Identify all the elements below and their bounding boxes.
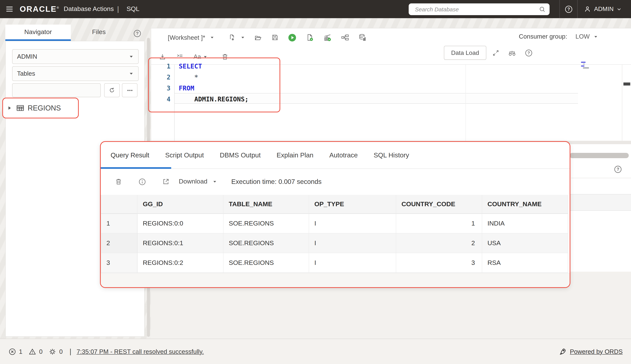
expand-panel-icon[interactable] — [492, 49, 500, 56]
result-tab-bar: Query Result Script Output DBMS Output E… — [101, 142, 570, 169]
powered-by-link[interactable]: Powered by ORDS — [570, 348, 623, 355]
cell-op-type[interactable]: I — [309, 214, 396, 234]
cell-country-name[interactable]: USA — [482, 234, 568, 253]
caret-down-icon — [129, 54, 134, 59]
cell-country-name[interactable]: RSA — [482, 253, 568, 273]
cell-op-type[interactable]: I — [309, 234, 396, 253]
warning-triangle-icon — [29, 348, 36, 356]
cell-table-name[interactable]: SOE.REGIONS — [223, 234, 309, 253]
expand-arrow-icon[interactable] — [7, 105, 13, 111]
data-modeler-icon[interactable] — [358, 33, 367, 42]
editor-vertical-scrollbar[interactable] — [623, 82, 630, 86]
status-message-link[interactable]: 7:35:07 PM - REST call resolved successf… — [77, 348, 204, 355]
cell-country-code[interactable]: 3 — [396, 253, 482, 273]
column-header-op-type[interactable]: OP_TYPE — [309, 195, 396, 214]
active-tab-underline — [5, 39, 71, 41]
open-file-icon[interactable] — [254, 34, 262, 42]
cell-country-name[interactable]: INDIA — [482, 214, 568, 234]
data-load-button[interactable]: Data Load — [444, 46, 486, 60]
cell-country-code[interactable]: 1 — [396, 214, 482, 234]
error-counter[interactable]: 1 — [8, 348, 22, 356]
object-filter-input[interactable] — [12, 83, 101, 97]
process-counter[interactable]: 0 — [49, 348, 63, 356]
app-window: ORACLE® Database Actions | SQL ? ADMIN — [0, 0, 631, 364]
top-header: ORACLE® Database Actions | SQL ? ADMIN — [0, 0, 631, 18]
execution-time: Execution time: 0.007 seconds — [231, 178, 322, 186]
minimap-divider — [622, 65, 622, 151]
column-header-country-name[interactable]: COUNTRY_NAME — [482, 195, 568, 214]
cell-op-type[interactable]: I — [309, 253, 396, 273]
tab-sql-history[interactable]: SQL History — [374, 151, 409, 159]
run-statement-icon[interactable] — [288, 33, 296, 42]
navigator-help-icon[interactable]: ? — [133, 29, 142, 38]
search-icon[interactable] — [539, 6, 546, 13]
user-menu[interactable]: ADMIN — [578, 5, 626, 13]
tab-script-output[interactable]: Script Output — [165, 151, 204, 159]
column-header-country-code[interactable]: COUNTRY_CODE — [396, 195, 482, 214]
open-in-new-icon[interactable] — [162, 178, 170, 186]
warning-count: 0 — [39, 348, 43, 355]
run-script-icon[interactable] — [305, 33, 314, 42]
cell-gg-id[interactable]: REGIONS:0:0 — [138, 214, 223, 234]
cell-gg-id[interactable]: REGIONS:0:1 — [138, 234, 223, 253]
cell-table-name[interactable]: SOE.REGIONS — [223, 214, 309, 234]
clear-result-icon[interactable] — [115, 178, 122, 186]
tab-navigator[interactable]: Navigator — [5, 24, 71, 39]
minimap-mark[interactable] — [583, 67, 589, 68]
editor-horizontal-scrollbar[interactable] — [570, 153, 629, 158]
minimap-mark[interactable] — [581, 66, 584, 66]
help-icon[interactable]: ? — [560, 5, 577, 14]
download-caret-icon — [212, 179, 217, 184]
worksheet-title-caret-icon[interactable] — [210, 35, 214, 40]
hamburger-menu-icon[interactable] — [5, 5, 14, 13]
user-name: ADMIN — [594, 6, 613, 12]
rocket-icon — [558, 348, 566, 356]
info-icon[interactable] — [138, 178, 146, 186]
consumer-group-label: Consumer group: — [519, 33, 567, 40]
tab-dbms-output[interactable]: DBMS Output — [220, 151, 261, 159]
tab-query-result[interactable]: Query Result — [111, 151, 149, 159]
worksheet-help-icon[interactable]: ? — [525, 48, 533, 57]
column-header-gg-id[interactable]: GG_ID — [138, 195, 223, 214]
schema-select[interactable]: ADMIN — [12, 49, 139, 64]
autotrace-icon[interactable] — [323, 33, 332, 42]
query-result-panel: Query Result Script Output DBMS Output E… — [100, 141, 570, 288]
cell-country-code[interactable]: 2 — [396, 234, 482, 253]
tree-item-regions[interactable]: REGIONS — [2, 98, 79, 118]
result-help-icon[interactable]: ? — [613, 165, 622, 174]
save-icon[interactable] — [271, 34, 278, 41]
result-toolbar-divider — [571, 178, 631, 178]
table-row[interactable]: 1 REGIONS:0:0 SOE.REGIONS I 1 INDIA — [101, 214, 568, 234]
consumer-group-caret-icon[interactable] — [593, 34, 598, 39]
status-bar: 1 0 0 | 7:35:07 PM - REST call resolved … — [0, 339, 631, 364]
row-number: 3 — [101, 253, 138, 273]
tab-files[interactable]: Files — [76, 24, 122, 39]
oracle-logo: ORACLE® — [20, 4, 60, 14]
new-worksheet-caret-icon[interactable] — [240, 35, 245, 40]
table-row[interactable]: 2 REGIONS:0:1 SOE.REGIONS I 2 USA — [101, 234, 568, 253]
cell-table-name[interactable]: SOE.REGIONS — [223, 253, 309, 273]
svg-text:?: ? — [616, 167, 619, 172]
search-database-input[interactable] — [414, 6, 539, 13]
svg-text:?: ? — [567, 6, 570, 12]
more-actions-button[interactable] — [122, 83, 138, 97]
cell-gg-id[interactable]: REGIONS:0:2 — [138, 253, 223, 273]
tab-autotrace[interactable]: Autotrace — [329, 151, 358, 159]
column-header-table-name[interactable]: TABLE_NAME — [223, 195, 309, 214]
download-menu[interactable]: Download — [179, 178, 217, 186]
warning-counter[interactable]: 0 — [29, 348, 43, 356]
worksheet-title[interactable]: [Worksheet ]* — [168, 34, 205, 41]
grid-corner-cell — [101, 195, 138, 214]
table-row[interactable]: 3 REGIONS:0:2 SOE.REGIONS I 3 RSA — [101, 253, 568, 273]
new-worksheet-icon[interactable] — [228, 34, 236, 42]
minimap-mark[interactable] — [581, 62, 585, 63]
object-type-select-value: Tables — [17, 70, 35, 77]
explain-plan-icon[interactable] — [341, 33, 349, 42]
find-binoculars-icon[interactable] — [508, 48, 516, 57]
consumer-group-value[interactable]: LOW — [575, 33, 590, 40]
minimap-mark[interactable] — [583, 64, 585, 65]
app-title: Database Actions — [64, 5, 114, 13]
refresh-button[interactable] — [104, 83, 120, 97]
object-type-select[interactable]: Tables — [12, 66, 139, 81]
tab-explain-plan[interactable]: Explain Plan — [276, 151, 313, 159]
